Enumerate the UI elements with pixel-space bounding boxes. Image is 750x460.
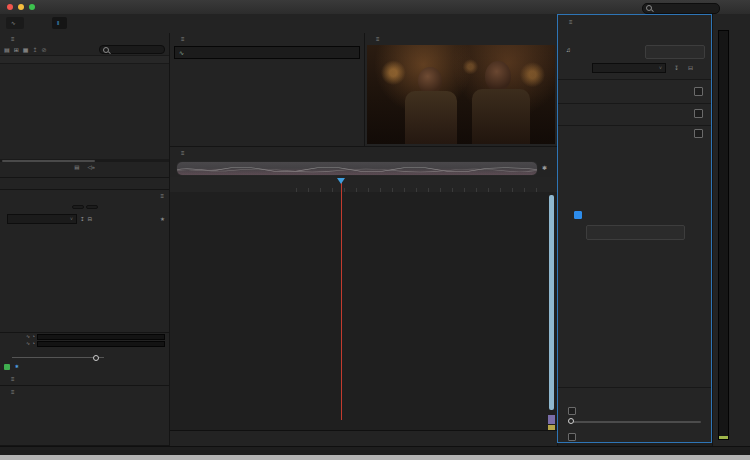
files-panel: ≡ ▤ ⊞ ▦ ↥ ⊘ ▤ ◁»: [0, 33, 170, 178]
input-meter: [37, 334, 165, 340]
chevron-down-icon: ˅: [70, 216, 73, 222]
levels-meter-value: [719, 436, 728, 439]
extract-icon[interactable]: ▦: [23, 46, 29, 53]
effects-io-section: ∿ ◔ ∿ ◔ ✱: [0, 333, 170, 373]
app-toolbar: ∿ ⫴: [0, 14, 557, 34]
minimize-window-button[interactable]: [18, 4, 24, 10]
help-search-field[interactable]: [642, 3, 720, 14]
save-preset-icon[interactable]: ↧: [80, 216, 85, 222]
mix-slider-thumb[interactable]: [93, 355, 99, 361]
level-slider[interactable]: [568, 421, 701, 423]
files-toolbar: ▤ ⊞ ▦ ↥ ⊘: [0, 44, 169, 55]
playhead-marker[interactable]: [337, 178, 345, 188]
meter-icon: ∿: [26, 341, 30, 346]
overview-navigator[interactable]: [176, 161, 538, 176]
search-icon: [103, 47, 109, 53]
meter-scale: [0, 347, 169, 352]
multitrack-icon: ⫴: [57, 20, 59, 27]
music-type-icon: ♫: [566, 47, 571, 53]
panel-menu-icon[interactable]: ≡: [569, 19, 573, 25]
levels-meter[interactable]: [718, 30, 729, 440]
waveform-icon: ∿: [11, 20, 16, 26]
panel-menu-icon[interactable]: ≡: [160, 193, 164, 199]
panel-menu-icon[interactable]: ≡: [181, 150, 185, 156]
auto-play-icon[interactable]: ◁»: [87, 164, 94, 170]
editor-v-scrollbar[interactable]: [549, 195, 554, 410]
save-preset-icon[interactable]: ↧: [674, 64, 679, 71]
window-bottom-edge: [0, 455, 750, 460]
files-column-headers[interactable]: [0, 55, 169, 64]
zoom-window-button[interactable]: [29, 4, 35, 10]
files-search-field[interactable]: [99, 45, 165, 54]
star-icon[interactable]: ★: [160, 216, 165, 222]
video-frame[interactable]: [367, 45, 555, 144]
effects-power-toggle[interactable]: [4, 364, 10, 370]
duration-checkbox[interactable]: [694, 109, 703, 118]
files-h-scrollbar[interactable]: [0, 159, 169, 162]
video-panel: ≡: [365, 33, 558, 147]
audition-window: ∿ ⫴ ≡ ▤ ⊞ ▦ ↥ ⊘: [0, 0, 750, 460]
media-browser-tab[interactable]: [0, 178, 170, 190]
video-person-right: [485, 61, 511, 91]
video-scene: [367, 45, 555, 144]
playhead-line[interactable]: [341, 178, 342, 420]
editor-panel: ≡ ✱: [170, 147, 558, 430]
properties-panel: ≡ ∿: [170, 33, 365, 147]
panel-menu-icon[interactable]: ≡: [181, 36, 185, 42]
tab-track-effects[interactable]: [86, 205, 98, 209]
vertical-zoom-handle[interactable]: [548, 415, 555, 424]
timeline-ruler[interactable]: [285, 177, 546, 192]
level-slider-thumb[interactable]: [568, 418, 574, 424]
view-row: [0, 413, 169, 421]
timeline-ruler-row: [170, 177, 557, 193]
insert-icon[interactable]: ↥: [32, 46, 37, 53]
panel-menu-icon[interactable]: ≡: [11, 389, 15, 395]
history-panel: ≡: [0, 373, 170, 386]
knob-icon: ◔: [32, 341, 35, 346]
transport-bar: [170, 430, 558, 446]
tab-clip-effects[interactable]: [72, 205, 84, 209]
navigator-tint: [177, 162, 537, 175]
levels-panel: [712, 14, 750, 446]
mix-slider[interactable]: [12, 357, 104, 358]
monitor-clip-changes-checkbox[interactable]: [574, 211, 582, 219]
preset-dropdown[interactable]: ˅: [7, 214, 77, 224]
status-bar: [0, 446, 750, 455]
files-footer: ▤ ◁»: [0, 162, 169, 172]
loudness-checkbox[interactable]: [694, 87, 703, 96]
output-meter: [37, 341, 165, 347]
selection-row: [0, 405, 169, 413]
panel-menu-icon[interactable]: ≡: [376, 36, 380, 42]
search-icon: [646, 5, 652, 11]
chevron-down-icon: ˅: [659, 65, 662, 71]
titlebar: [0, 0, 750, 15]
navigator-settings-icon[interactable]: ✱: [542, 164, 547, 171]
knob-icon: ◔: [32, 334, 35, 339]
new-folder-icon[interactable]: ▤: [4, 46, 10, 53]
panel-menu-icon[interactable]: ≡: [11, 376, 15, 382]
multitrack-view-button[interactable]: ⫴: [52, 17, 67, 29]
clear-audio-type-button[interactable]: [645, 45, 705, 59]
import-icon[interactable]: ⊞: [14, 46, 19, 53]
essential-sound-panel: ≡ ♫ ˅ ↧ ⊟: [557, 14, 712, 443]
delete-preset-icon[interactable]: ⊟: [88, 216, 93, 222]
video-person-left-body: [405, 91, 457, 144]
level-checkbox[interactable]: [568, 407, 576, 415]
selection-view-panel: ≡: [0, 386, 170, 446]
properties-clip-item[interactable]: ∿: [174, 46, 360, 59]
ducking-checkbox[interactable]: [694, 129, 703, 138]
delete-icon[interactable]: ⊘: [41, 46, 46, 53]
reanalyze-clips-button[interactable]: [586, 225, 685, 240]
meter-icon: ∿: [26, 334, 30, 339]
file-list: [0, 64, 169, 159]
panel-menu-icon[interactable]: ≡: [11, 36, 15, 42]
es-preset-dropdown[interactable]: ˅: [592, 63, 666, 73]
delete-preset-icon[interactable]: ⊟: [688, 64, 693, 71]
effects-rack-panel: ≡ ˅ ↧ ⊟ ★: [0, 190, 170, 333]
close-window-button[interactable]: [7, 4, 13, 10]
waveform-view-button[interactable]: ∿: [6, 17, 24, 29]
effects-clip-label: [0, 224, 169, 232]
loop-playback-icon[interactable]: ▤: [74, 164, 79, 170]
tracks-area: [170, 192, 557, 430]
mute-checkbox[interactable]: [568, 433, 576, 441]
